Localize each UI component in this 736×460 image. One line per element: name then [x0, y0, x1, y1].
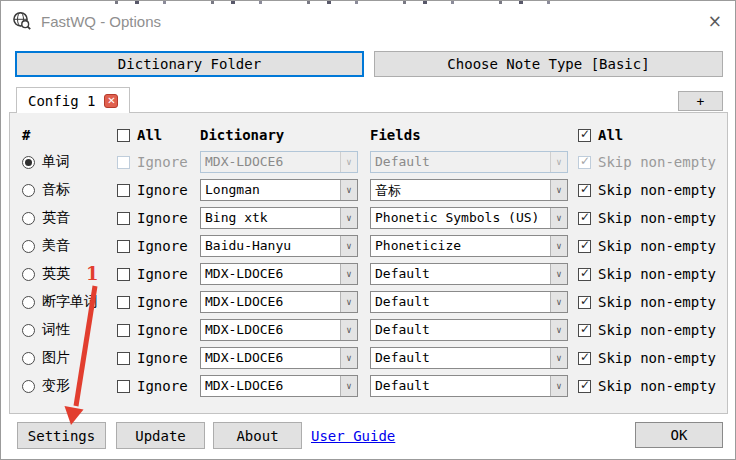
word-type-label: 变形	[42, 377, 70, 395]
dictionary-select[interactable]: MDX-LDOCE6	[200, 263, 358, 285]
chevron-down-icon	[340, 264, 357, 284]
config-row: 词性 Ignore MDX-LDOCE6 Default Skip non-em…	[10, 316, 727, 344]
fields-select[interactable]: Phoneticize	[370, 235, 568, 257]
ignore-checkbox[interactable]	[117, 240, 130, 253]
chevron-down-icon	[340, 292, 357, 312]
fields-select[interactable]: Default	[370, 375, 568, 397]
chevron-down-icon	[550, 292, 567, 312]
skip-non-empty-label: Skip non-empty	[598, 378, 716, 394]
config-row: 美音 Ignore Baidu-Hanyu Phoneticize Skip n…	[10, 232, 727, 260]
settings-button[interactable]: Settings	[17, 422, 106, 449]
ignore-checkbox[interactable]	[117, 352, 130, 365]
skip-non-empty-label: Skip non-empty	[598, 294, 716, 310]
chevron-down-icon	[550, 180, 567, 200]
ok-button[interactable]: OK	[635, 422, 723, 448]
dictionary-select[interactable]: MDX-LDOCE6	[200, 319, 358, 341]
ignore-label: Ignore	[137, 266, 188, 282]
tab-config-1[interactable]: Config 1 ✕	[16, 87, 130, 113]
tab-close-icon[interactable]: ✕	[104, 94, 118, 108]
ignore-checkbox[interactable]	[117, 324, 130, 337]
skip-non-empty-checkbox[interactable]	[578, 380, 591, 393]
config-pane: # All Dictionary Fields All 单词	[9, 112, 728, 414]
ignore-checkbox[interactable]	[117, 380, 130, 393]
skip-non-empty-checkbox[interactable]	[578, 296, 591, 309]
ignore-label: Ignore	[137, 350, 188, 366]
chevron-down-icon	[550, 376, 567, 396]
fields-select[interactable]: Default	[370, 151, 568, 173]
config-row: 图片 Ignore MDX-LDOCE6 Default Skip non-em…	[10, 344, 727, 372]
fields-select[interactable]: Phonetic Symbols (US)	[370, 207, 568, 229]
all-ignore-checkbox[interactable]	[117, 129, 130, 142]
dictionary-folder-button[interactable]: Dictionary Folder	[15, 51, 364, 77]
dictionary-select[interactable]: MDX-LDOCE6	[200, 151, 358, 173]
ignore-label: Ignore	[137, 238, 188, 254]
config-row: 英英 1 Ignore MDX-LDOCE6 Default Skip non-…	[10, 260, 727, 288]
skip-non-empty-checkbox[interactable]	[578, 268, 591, 281]
ignore-checkbox[interactable]	[117, 156, 130, 169]
skip-non-empty-label: Skip non-empty	[598, 210, 716, 226]
word-type-label: 词性	[42, 321, 70, 339]
dictionary-value: MDX-LDOCE6	[201, 348, 340, 368]
word-type-radio[interactable]	[22, 212, 35, 225]
skip-non-empty-checkbox[interactable]	[578, 352, 591, 365]
add-tab-button[interactable]: +	[678, 91, 723, 111]
chevron-down-icon	[550, 320, 567, 340]
user-guide-link[interactable]: User Guide	[311, 428, 395, 444]
dictionary-select[interactable]: MDX-LDOCE6	[200, 291, 358, 313]
config-row: 音标 Ignore Longman 音标 Skip non-empty	[10, 176, 727, 204]
ignore-checkbox[interactable]	[117, 184, 130, 197]
word-type-label: 断字单词	[42, 293, 98, 311]
ignore-checkbox[interactable]	[117, 212, 130, 225]
skip-non-empty-label: Skip non-empty	[598, 182, 716, 198]
skip-non-empty-label: Skip non-empty	[598, 350, 716, 366]
fields-select[interactable]: 音标	[370, 179, 568, 201]
word-type-label: 单词	[42, 153, 70, 171]
dictionary-select[interactable]: Bing xtk	[200, 207, 358, 229]
fields-select[interactable]: Default	[370, 319, 568, 341]
column-header-dictionary: Dictionary	[200, 127, 284, 143]
dictionary-value: MDX-LDOCE6	[201, 376, 340, 396]
dictionary-value: MDX-LDOCE6	[201, 292, 340, 312]
ignore-checkbox[interactable]	[117, 268, 130, 281]
fields-value: 音标	[371, 180, 550, 200]
fields-select[interactable]: Default	[370, 263, 568, 285]
word-type-radio[interactable]	[22, 184, 35, 197]
fields-select[interactable]: Default	[370, 347, 568, 369]
ignore-label: Ignore	[137, 210, 188, 226]
word-type-radio[interactable]	[22, 324, 35, 337]
about-button[interactable]: About	[213, 422, 302, 449]
ignore-label: Ignore	[137, 154, 188, 170]
word-type-label: 图片	[42, 349, 70, 367]
skip-non-empty-checkbox[interactable]	[578, 240, 591, 253]
dictionary-value: MDX-LDOCE6	[201, 264, 340, 284]
skip-non-empty-checkbox[interactable]	[578, 212, 591, 225]
word-type-radio[interactable]	[22, 296, 35, 309]
config-row: 单词 Ignore MDX-LDOCE6 Default Skip non-em…	[10, 148, 727, 176]
update-button[interactable]: Update	[116, 422, 205, 449]
skip-non-empty-checkbox[interactable]	[578, 184, 591, 197]
dictionary-select[interactable]: Longman	[200, 179, 358, 201]
fields-select[interactable]: Default	[370, 291, 568, 313]
dictionary-value: Bing xtk	[201, 208, 340, 228]
dictionary-select[interactable]: Baidu-Hanyu	[200, 235, 358, 257]
choose-note-type-button[interactable]: Choose Note Type [Basic]	[374, 51, 723, 77]
dictionary-select[interactable]: MDX-LDOCE6	[200, 347, 358, 369]
chevron-down-icon	[340, 208, 357, 228]
fields-value: Default	[371, 292, 550, 312]
ignore-checkbox[interactable]	[117, 296, 130, 309]
dictionary-select[interactable]: MDX-LDOCE6	[200, 375, 358, 397]
word-type-radio[interactable]	[22, 156, 35, 169]
word-type-radio[interactable]	[22, 380, 35, 393]
close-icon[interactable]: ×	[708, 13, 722, 30]
fields-value: Default	[371, 348, 550, 368]
chevron-down-icon	[340, 348, 357, 368]
skip-non-empty-checkbox[interactable]	[578, 324, 591, 337]
word-type-radio[interactable]	[22, 352, 35, 365]
word-type-radio[interactable]	[22, 240, 35, 253]
word-type-radio[interactable]	[22, 268, 35, 281]
column-header-all-right: All	[598, 127, 623, 143]
all-skip-checkbox[interactable]	[578, 129, 591, 142]
dictionary-value: MDX-LDOCE6	[201, 152, 340, 172]
ignore-label: Ignore	[137, 182, 188, 198]
skip-non-empty-checkbox[interactable]	[578, 156, 591, 169]
